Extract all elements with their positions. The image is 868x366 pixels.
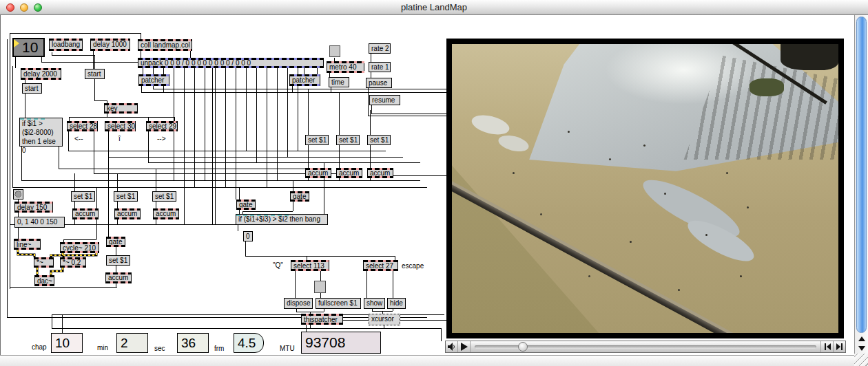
- number-frm[interactable]: 4.5: [234, 333, 264, 353]
- patcher-window: platine LandMap: [0, 0, 868, 366]
- message-zero[interactable]: 0: [243, 231, 253, 241]
- comment-up-arrow: î: [118, 135, 121, 143]
- message-set[interactable]: set $1: [152, 191, 176, 202]
- video-controller: [445, 341, 846, 353]
- object-coll[interactable]: coll landmap.col: [138, 39, 192, 51]
- object-delay-150[interactable]: delay 150: [14, 202, 53, 213]
- object-accum[interactable]: accum: [305, 168, 331, 178]
- object-metro-40[interactable]: metro 40: [327, 61, 364, 73]
- object-multiply-tilde-02[interactable]: *~ 0.2: [60, 257, 86, 268]
- object-gate[interactable]: gate: [106, 237, 125, 247]
- message-dispose[interactable]: dispose: [284, 298, 313, 309]
- object-select-29[interactable]: select 29: [146, 121, 178, 131]
- message-set[interactable]: set $1: [367, 135, 391, 145]
- button-square[interactable]: [329, 45, 340, 57]
- message-start[interactable]: start: [22, 83, 42, 94]
- comment-left-arrow: <--: [74, 135, 83, 143]
- object-patcher[interactable]: patcher: [138, 74, 169, 86]
- object-select-30[interactable]: select 30: [105, 121, 136, 131]
- label-sec: sec: [154, 345, 165, 353]
- video-white-patch: [470, 112, 512, 138]
- object-loadbang[interactable]: loadbang: [49, 39, 83, 51]
- message-if-bang[interactable]: if ($i1+$i3) > $i2 then bang: [236, 214, 328, 225]
- play-button[interactable]: [458, 341, 471, 352]
- scroll-down-button[interactable]: [855, 344, 868, 353]
- number-min[interactable]: 2: [116, 333, 148, 353]
- scrollbar-thumb[interactable]: [856, 17, 867, 333]
- window-title: platine LandMap: [0, 2, 868, 12]
- play-icon: [460, 343, 468, 351]
- message-set[interactable]: set $1: [336, 135, 360, 145]
- comment-q: "Q": [273, 261, 283, 270]
- video-frame: [446, 39, 844, 338]
- scroll-down-icon: [858, 346, 865, 351]
- number-mtu[interactable]: 93708: [301, 332, 381, 354]
- object-accum[interactable]: accum: [72, 208, 99, 219]
- message-if-threshold[interactable]: if $i1 > ($i2-8000) then 1 else 0: [19, 118, 63, 147]
- object-gate[interactable]: gate: [290, 191, 309, 202]
- scrubber-thumb[interactable]: [518, 342, 528, 352]
- object-key[interactable]: key: [104, 103, 138, 114]
- object-delay-2000[interactable]: delay 2000: [21, 68, 61, 80]
- vertical-scrollbar[interactable]: [854, 15, 868, 354]
- step-forward-icon: [836, 343, 844, 351]
- video-white-patch: [497, 133, 530, 154]
- label-mtu: MTU: [280, 345, 295, 353]
- object-multiply-tilde[interactable]: *~: [34, 257, 54, 268]
- object-accum[interactable]: accum: [367, 168, 393, 178]
- object-delay-1000[interactable]: delay 1000: [90, 39, 130, 51]
- object-dac-tilde[interactable]: dac~: [34, 275, 54, 286]
- object-accum[interactable]: accum: [153, 208, 179, 219]
- message-rate-2[interactable]: rate 2: [369, 43, 391, 54]
- object-line-tilde[interactable]: line~: [14, 239, 41, 250]
- message-set[interactable]: set $1: [106, 255, 130, 266]
- message-pause[interactable]: pause: [366, 78, 392, 88]
- message-set[interactable]: set $1: [305, 135, 329, 145]
- object-select-27[interactable]: select 27: [363, 260, 398, 271]
- message-fullscreen[interactable]: fullscreen $1: [316, 298, 361, 309]
- label-frm: frm: [214, 345, 224, 353]
- object-cycle-tilde[interactable]: cycle~ 210: [60, 242, 99, 253]
- object-gate[interactable]: gate: [236, 200, 256, 210]
- comment-escape: escape: [402, 262, 424, 270]
- video-image: [452, 44, 838, 333]
- horizontal-scrollbar-track[interactable]: [0, 355, 854, 366]
- number-box-chapter[interactable]: 10: [12, 38, 45, 57]
- scroll-up-button[interactable]: [855, 334, 868, 343]
- message-set[interactable]: set $1: [71, 191, 95, 202]
- message-show[interactable]: show: [364, 298, 385, 309]
- number-chap[interactable]: 10: [51, 333, 83, 353]
- message-set[interactable]: set $1: [114, 191, 138, 202]
- object-select-28[interactable]: select 28: [67, 121, 98, 131]
- object-select-113[interactable]: select 113: [291, 260, 329, 271]
- message-resume[interactable]: resume: [369, 95, 400, 105]
- step-back-icon: [823, 343, 831, 351]
- resize-grip[interactable]: [854, 354, 868, 366]
- object-xcursor[interactable]: xcursor: [369, 314, 400, 325]
- volume-button[interactable]: [446, 341, 458, 352]
- title-bar[interactable]: platine LandMap: [0, 0, 868, 15]
- label-min: min: [97, 344, 108, 352]
- video-scrubber[interactable]: [473, 341, 818, 352]
- message-hide[interactable]: hide: [387, 298, 406, 309]
- step-forward-button[interactable]: [834, 341, 845, 352]
- number-sec[interactable]: 36: [177, 333, 209, 353]
- step-back-button[interactable]: [821, 341, 834, 352]
- toggle-square[interactable]: [314, 281, 326, 293]
- message-line-ramp[interactable]: 0, 1 40 0 150: [14, 217, 65, 228]
- scroll-up-icon: [858, 336, 865, 341]
- label-chap: chap: [32, 343, 47, 352]
- object-thispatcher[interactable]: thispatcher: [301, 314, 343, 325]
- object-accum[interactable]: accum: [114, 208, 141, 219]
- object-accum[interactable]: accum: [105, 272, 132, 283]
- video-vegetation: [750, 78, 784, 96]
- object-accum[interactable]: accum: [336, 168, 362, 178]
- object-patcher[interactable]: patcher: [289, 74, 320, 86]
- video-machinery: [781, 44, 838, 70]
- object-unpack[interactable]: unpack 0 0 0 / 0 0 0 0 0 0 0 0 / 0 0 0: [138, 58, 324, 68]
- comment-right-arrow: -->: [157, 135, 166, 143]
- message-time[interactable]: time: [329, 77, 349, 87]
- message-rate-1[interactable]: rate 1: [369, 62, 391, 72]
- bang-button[interactable]: [13, 189, 23, 200]
- message-start[interactable]: start: [85, 69, 105, 79]
